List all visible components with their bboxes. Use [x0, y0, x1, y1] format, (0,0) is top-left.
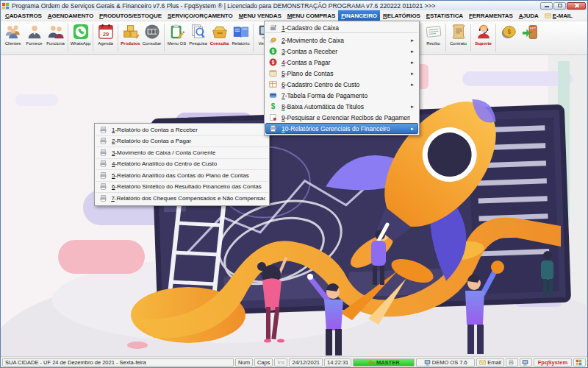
toolbar-button-relat-rio[interactable]: Relatório [230, 22, 251, 46]
submenu-item-3-movimento-de-caixa-conta-corrente[interactable]: 3-Movimento de Caixa / Conta Corrente [96, 147, 268, 159]
menubar-item-label: CADASTROS [5, 13, 42, 19]
menu-item-label: 2-Movimento de Caixa [282, 37, 410, 44]
status-cell-text: Num [238, 359, 250, 366]
toolbar-button-whatsapp[interactable]: WhatsApp [70, 22, 91, 46]
menubar-item-produtos-estoque[interactable]: PRODUTOS/ESTOQUE [96, 10, 165, 21]
financeiro-menu-item-1-cadastro-de-caixa[interactable]: 1-Cadastro de Caixa ► [265, 22, 418, 33]
status-cell-text: Email [487, 359, 501, 366]
toolbar-separator [495, 24, 496, 52]
menubar-item-relat-rios[interactable]: RELATÓRIOS [380, 10, 423, 21]
menu-item-label: 6-Cadastro Centro de Custo [282, 81, 410, 88]
financeiro-menu-item-4-contas-a-pagar[interactable]: $ 4-Contas a Pagar ► [265, 57, 418, 68]
printer-icon [98, 126, 108, 134]
plan-icon [268, 69, 278, 77]
financeiro-menu-item-2-movimento-de-caixa[interactable]: 2-Movimento de Caixa ► [265, 35, 418, 46]
status-cell-text: 24/12/2021 [292, 359, 320, 366]
toolbar-button-label: Contrato [450, 41, 467, 46]
financeiro-menu-item-6-cadastro-centro-de-custo[interactable]: 6-Cadastro Centro de Custo ► [265, 79, 418, 90]
submenu-item-4-relat-rio-anal-tico-do-centro-de-custo[interactable]: 4-Relatório Analítico do Centro de Custo [96, 159, 268, 171]
computer-icon [424, 359, 431, 366]
menu-bar: CADASTROS AGENDAMENTO PRODUTOS/ESTOQUE S… [1, 10, 587, 21]
status-cell-text: Caps [257, 359, 270, 366]
toolbar-button-agenda[interactable]: 29 Agenda [95, 22, 116, 46]
toolbar-button-clientes[interactable]: Clientes [2, 22, 24, 46]
toolbar-button-label: Fornece [26, 41, 42, 46]
printer-icon [268, 124, 278, 132]
svg-text:$: $ [272, 49, 275, 54]
menu-item-label: 10-Relatórios Gerenciais do Financeiro [282, 125, 410, 132]
menu-item-label: 4-Contas a Pagar [282, 59, 410, 66]
toolbar-button-consulta[interactable]: Consulta [209, 22, 230, 46]
app-window: Programa Ordem de Serviços Gerais & Fina… [0, 0, 588, 368]
toolbar-button-contrato[interactable]: Contrato [448, 22, 469, 46]
toolbar-separator [118, 24, 118, 52]
toolbar-separator [253, 24, 254, 52]
menubar-item-menu-compras[interactable]: MENU COMPRAS [284, 10, 338, 21]
toolbar-button-label: Consultar [143, 41, 162, 46]
payform-icon [268, 91, 278, 99]
receive-icon: $ [268, 47, 278, 55]
submenu-item-7-relat-rio-dos-cheques-compensados-e-n-[interactable]: 7-Relatório dos Cheques Compensados e Nã… [96, 193, 268, 205]
menubar-item-label: MENU VENDAS [239, 13, 282, 19]
status-cell [573, 358, 586, 367]
menubar-item-ajuda[interactable]: AJUDA [516, 10, 542, 21]
clients-icon [4, 23, 22, 40]
svg-text:$: $ [507, 28, 511, 35]
status-cell-caps: Caps [254, 358, 273, 367]
financeiro-menu-item-3-contas-a-receber[interactable]: $ 3-Contas a Receber ► [265, 46, 418, 57]
key-icon [368, 359, 375, 366]
menubar-item-label: MENU COMPRAS [287, 13, 335, 19]
supplier-icon [26, 23, 43, 40]
toolbar-button-funciona[interactable]: Funciona [45, 22, 66, 46]
toolbar-button-suporte[interactable]: Suporte [473, 22, 494, 46]
menubar-item-cadastros[interactable]: CADASTROS [2, 10, 45, 21]
financeiro-menu-item-8-baixa-autom-tica-de-titulos[interactable]: $ 8-Baixa Automática de Titulos ► [265, 101, 418, 112]
menu-item-label: 1-Cadastro de Caixa [282, 24, 410, 32]
status-bar: SUA CIDADE - UF 24 de Dezembro de 2021 -… [1, 356, 587, 367]
toolbar-button-label: Agenda [98, 41, 113, 46]
close-button[interactable] [567, 2, 586, 10]
svg-text:$: $ [271, 102, 276, 110]
financeiro-menu-item-9-pesquisar-e-gerenciar-recibos-de-pagam[interactable]: 9-Pesquisar e Gerenciar Recibos de Pagam… [265, 112, 418, 123]
submenu-arrow-icon: ► [410, 127, 415, 131]
pay-icon: $ [268, 58, 278, 66]
submenu-item-label: 3-Movimento de Caixa / Conta Corrente [112, 149, 215, 156]
submenu-item-1-relat-rio-do-contas-a-receber[interactable]: 1-Relatório do Contas a Receber [96, 124, 268, 136]
submenu-arrow-icon: ► [410, 82, 415, 87]
submenu-item-2-relat-rio-do-contas-a-pagar[interactable]: 2-Relatório do Contas a Pagar [96, 136, 268, 148]
employees-icon [47, 23, 65, 40]
menubar-item-ferramentas[interactable]: FERRAMENTAS [466, 10, 516, 21]
menubar-item-e-mail[interactable]: E-MAIL [542, 10, 576, 21]
menubar-item-agendamento[interactable]: AGENDAMENTO [45, 10, 96, 21]
status-cell-text: MASTER [376, 359, 400, 366]
financeiro-menu-item-10-relat-rios-gerenciais-do-financeiro[interactable]: 10-Relatórios Gerenciais do Financeiro ► [265, 123, 418, 134]
coin-icon: $ [500, 23, 517, 40]
menubar-item-menu-vendas[interactable]: MENU VENDAS [236, 10, 284, 21]
submenu-item-5-relat-rio-anal-tico-das-contas-do-plan[interactable]: 5-Relatório Analítico das Contas do Plan… [96, 170, 268, 182]
status-cell-24-12-2021: 24/12/2021 [289, 358, 323, 367]
report-book-icon [232, 23, 250, 40]
barcode-icon [143, 23, 161, 40]
toolbar-button[interactable]: $ [498, 22, 519, 41]
status-cell-14-22-31: 14:22:31 [324, 358, 351, 367]
toolbar-button-produtos[interactable]: Produtos [120, 22, 141, 46]
toolbar-button-label: Pesquisa [189, 41, 207, 46]
clipboard-icon [168, 23, 186, 40]
menubar-item-estatistica[interactable]: ESTATISTICA [423, 10, 466, 21]
financeiro-menu-item-7-tabela-forma-de-pagamento[interactable]: 7-Tabela Forma de Pagamento ► [265, 90, 418, 101]
submenu-item-6-relat-rio-sint-tico-do-resultado-finan[interactable]: 6-Relatório Sintético do Resultado Finan… [96, 182, 268, 194]
minimize-button[interactable] [540, 2, 553, 10]
menubar-item-servi-o-or-amento[interactable]: SERVIÇO/ORÇAMENTO [165, 10, 236, 21]
toolbar-button-menu-os[interactable]: Menu OS [166, 22, 187, 46]
status-cell-text: 14:22:31 [327, 359, 348, 366]
status-cell-num: Num [235, 358, 253, 367]
financeiro-menu-item-5-plano-de-contas[interactable]: 5-Plano de Contas ► [265, 68, 418, 79]
toolbar-button-recibo[interactable]: Recibo [423, 22, 444, 46]
status-cell-text: Ins [277, 359, 284, 366]
toolbar-button-pesquisa[interactable]: Pesquisa [187, 22, 209, 46]
toolbar-button[interactable]: EXIT [519, 22, 540, 41]
toolbar-button-consultar[interactable]: Consultar [141, 22, 162, 46]
toolbar-button-fornece[interactable]: Fornece [24, 22, 45, 46]
maximize-button[interactable] [553, 2, 566, 10]
menubar-item-financeiro[interactable]: FINANCEIRO [338, 10, 380, 21]
